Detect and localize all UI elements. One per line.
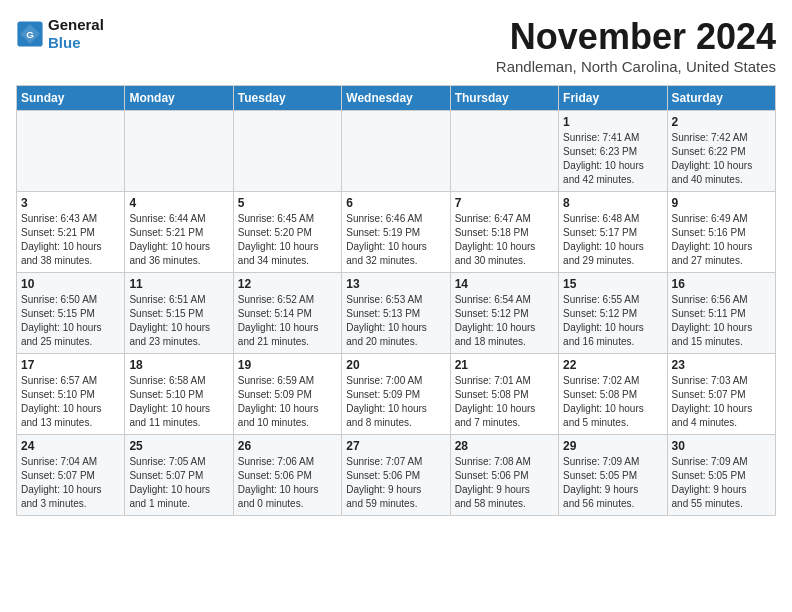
day-number: 21 bbox=[455, 358, 554, 372]
day-info: Sunrise: 7:04 AM Sunset: 5:07 PM Dayligh… bbox=[21, 455, 120, 511]
day-number: 20 bbox=[346, 358, 445, 372]
calendar-body: 1Sunrise: 7:41 AM Sunset: 6:23 PM Daylig… bbox=[17, 111, 776, 516]
calendar-cell: 18Sunrise: 6:58 AM Sunset: 5:10 PM Dayli… bbox=[125, 354, 233, 435]
calendar-cell: 22Sunrise: 7:02 AM Sunset: 5:08 PM Dayli… bbox=[559, 354, 667, 435]
logo: G General Blue bbox=[16, 16, 104, 52]
day-info: Sunrise: 6:43 AM Sunset: 5:21 PM Dayligh… bbox=[21, 212, 120, 268]
calendar-cell: 6Sunrise: 6:46 AM Sunset: 5:19 PM Daylig… bbox=[342, 192, 450, 273]
day-info: Sunrise: 6:52 AM Sunset: 5:14 PM Dayligh… bbox=[238, 293, 337, 349]
calendar-cell: 13Sunrise: 6:53 AM Sunset: 5:13 PM Dayli… bbox=[342, 273, 450, 354]
day-number: 25 bbox=[129, 439, 228, 453]
calendar-cell bbox=[125, 111, 233, 192]
calendar-cell: 1Sunrise: 7:41 AM Sunset: 6:23 PM Daylig… bbox=[559, 111, 667, 192]
day-info: Sunrise: 7:03 AM Sunset: 5:07 PM Dayligh… bbox=[672, 374, 771, 430]
logo-text-line1: General bbox=[48, 16, 104, 34]
day-info: Sunrise: 6:53 AM Sunset: 5:13 PM Dayligh… bbox=[346, 293, 445, 349]
day-info: Sunrise: 7:01 AM Sunset: 5:08 PM Dayligh… bbox=[455, 374, 554, 430]
day-info: Sunrise: 6:54 AM Sunset: 5:12 PM Dayligh… bbox=[455, 293, 554, 349]
day-number: 26 bbox=[238, 439, 337, 453]
day-info: Sunrise: 6:55 AM Sunset: 5:12 PM Dayligh… bbox=[563, 293, 662, 349]
calendar-cell bbox=[342, 111, 450, 192]
day-info: Sunrise: 7:08 AM Sunset: 5:06 PM Dayligh… bbox=[455, 455, 554, 511]
day-number: 28 bbox=[455, 439, 554, 453]
day-info: Sunrise: 7:42 AM Sunset: 6:22 PM Dayligh… bbox=[672, 131, 771, 187]
day-info: Sunrise: 7:41 AM Sunset: 6:23 PM Dayligh… bbox=[563, 131, 662, 187]
calendar-cell: 25Sunrise: 7:05 AM Sunset: 5:07 PM Dayli… bbox=[125, 435, 233, 516]
day-header-wednesday: Wednesday bbox=[342, 86, 450, 111]
calendar-cell: 28Sunrise: 7:08 AM Sunset: 5:06 PM Dayli… bbox=[450, 435, 558, 516]
calendar-cell: 5Sunrise: 6:45 AM Sunset: 5:20 PM Daylig… bbox=[233, 192, 341, 273]
calendar-cell: 29Sunrise: 7:09 AM Sunset: 5:05 PM Dayli… bbox=[559, 435, 667, 516]
day-number: 8 bbox=[563, 196, 662, 210]
calendar-cell: 27Sunrise: 7:07 AM Sunset: 5:06 PM Dayli… bbox=[342, 435, 450, 516]
calendar-week-row: 10Sunrise: 6:50 AM Sunset: 5:15 PM Dayli… bbox=[17, 273, 776, 354]
calendar-cell: 16Sunrise: 6:56 AM Sunset: 5:11 PM Dayli… bbox=[667, 273, 775, 354]
day-header-monday: Monday bbox=[125, 86, 233, 111]
day-info: Sunrise: 6:47 AM Sunset: 5:18 PM Dayligh… bbox=[455, 212, 554, 268]
month-title: November 2024 bbox=[496, 16, 776, 58]
day-number: 23 bbox=[672, 358, 771, 372]
day-number: 29 bbox=[563, 439, 662, 453]
day-info: Sunrise: 7:00 AM Sunset: 5:09 PM Dayligh… bbox=[346, 374, 445, 430]
calendar-week-row: 17Sunrise: 6:57 AM Sunset: 5:10 PM Dayli… bbox=[17, 354, 776, 435]
day-info: Sunrise: 6:45 AM Sunset: 5:20 PM Dayligh… bbox=[238, 212, 337, 268]
calendar-cell: 24Sunrise: 7:04 AM Sunset: 5:07 PM Dayli… bbox=[17, 435, 125, 516]
day-info: Sunrise: 7:02 AM Sunset: 5:08 PM Dayligh… bbox=[563, 374, 662, 430]
calendar-cell: 2Sunrise: 7:42 AM Sunset: 6:22 PM Daylig… bbox=[667, 111, 775, 192]
calendar-cell: 17Sunrise: 6:57 AM Sunset: 5:10 PM Dayli… bbox=[17, 354, 125, 435]
day-number: 11 bbox=[129, 277, 228, 291]
location-title: Randleman, North Carolina, United States bbox=[496, 58, 776, 75]
calendar-cell: 8Sunrise: 6:48 AM Sunset: 5:17 PM Daylig… bbox=[559, 192, 667, 273]
day-info: Sunrise: 6:48 AM Sunset: 5:17 PM Dayligh… bbox=[563, 212, 662, 268]
day-info: Sunrise: 6:44 AM Sunset: 5:21 PM Dayligh… bbox=[129, 212, 228, 268]
day-info: Sunrise: 7:06 AM Sunset: 5:06 PM Dayligh… bbox=[238, 455, 337, 511]
day-number: 4 bbox=[129, 196, 228, 210]
day-info: Sunrise: 6:51 AM Sunset: 5:15 PM Dayligh… bbox=[129, 293, 228, 349]
day-info: Sunrise: 7:05 AM Sunset: 5:07 PM Dayligh… bbox=[129, 455, 228, 511]
title-area: November 2024 Randleman, North Carolina,… bbox=[496, 16, 776, 75]
day-header-tuesday: Tuesday bbox=[233, 86, 341, 111]
day-info: Sunrise: 6:56 AM Sunset: 5:11 PM Dayligh… bbox=[672, 293, 771, 349]
calendar-cell: 15Sunrise: 6:55 AM Sunset: 5:12 PM Dayli… bbox=[559, 273, 667, 354]
calendar-cell: 3Sunrise: 6:43 AM Sunset: 5:21 PM Daylig… bbox=[17, 192, 125, 273]
calendar-cell: 19Sunrise: 6:59 AM Sunset: 5:09 PM Dayli… bbox=[233, 354, 341, 435]
calendar-cell: 26Sunrise: 7:06 AM Sunset: 5:06 PM Dayli… bbox=[233, 435, 341, 516]
day-header-thursday: Thursday bbox=[450, 86, 558, 111]
day-number: 1 bbox=[563, 115, 662, 129]
day-number: 19 bbox=[238, 358, 337, 372]
day-number: 7 bbox=[455, 196, 554, 210]
logo-icon: G bbox=[16, 20, 44, 48]
day-number: 15 bbox=[563, 277, 662, 291]
header: G General Blue November 2024 Randleman, … bbox=[16, 16, 776, 75]
calendar-cell bbox=[450, 111, 558, 192]
day-header-friday: Friday bbox=[559, 86, 667, 111]
day-number: 14 bbox=[455, 277, 554, 291]
day-header-sunday: Sunday bbox=[17, 86, 125, 111]
calendar-cell: 30Sunrise: 7:09 AM Sunset: 5:05 PM Dayli… bbox=[667, 435, 775, 516]
calendar-cell: 14Sunrise: 6:54 AM Sunset: 5:12 PM Dayli… bbox=[450, 273, 558, 354]
calendar-week-row: 3Sunrise: 6:43 AM Sunset: 5:21 PM Daylig… bbox=[17, 192, 776, 273]
day-info: Sunrise: 6:50 AM Sunset: 5:15 PM Dayligh… bbox=[21, 293, 120, 349]
calendar-cell bbox=[233, 111, 341, 192]
day-info: Sunrise: 7:07 AM Sunset: 5:06 PM Dayligh… bbox=[346, 455, 445, 511]
day-number: 16 bbox=[672, 277, 771, 291]
calendar-cell: 9Sunrise: 6:49 AM Sunset: 5:16 PM Daylig… bbox=[667, 192, 775, 273]
day-info: Sunrise: 7:09 AM Sunset: 5:05 PM Dayligh… bbox=[563, 455, 662, 511]
day-info: Sunrise: 6:49 AM Sunset: 5:16 PM Dayligh… bbox=[672, 212, 771, 268]
day-number: 22 bbox=[563, 358, 662, 372]
calendar-cell: 23Sunrise: 7:03 AM Sunset: 5:07 PM Dayli… bbox=[667, 354, 775, 435]
day-number: 30 bbox=[672, 439, 771, 453]
day-info: Sunrise: 6:46 AM Sunset: 5:19 PM Dayligh… bbox=[346, 212, 445, 268]
day-number: 12 bbox=[238, 277, 337, 291]
calendar-cell: 21Sunrise: 7:01 AM Sunset: 5:08 PM Dayli… bbox=[450, 354, 558, 435]
day-number: 17 bbox=[21, 358, 120, 372]
day-number: 24 bbox=[21, 439, 120, 453]
calendar-cell bbox=[17, 111, 125, 192]
day-info: Sunrise: 7:09 AM Sunset: 5:05 PM Dayligh… bbox=[672, 455, 771, 511]
calendar-cell: 7Sunrise: 6:47 AM Sunset: 5:18 PM Daylig… bbox=[450, 192, 558, 273]
day-number: 2 bbox=[672, 115, 771, 129]
day-number: 3 bbox=[21, 196, 120, 210]
day-number: 27 bbox=[346, 439, 445, 453]
calendar-week-row: 24Sunrise: 7:04 AM Sunset: 5:07 PM Dayli… bbox=[17, 435, 776, 516]
calendar-cell: 20Sunrise: 7:00 AM Sunset: 5:09 PM Dayli… bbox=[342, 354, 450, 435]
